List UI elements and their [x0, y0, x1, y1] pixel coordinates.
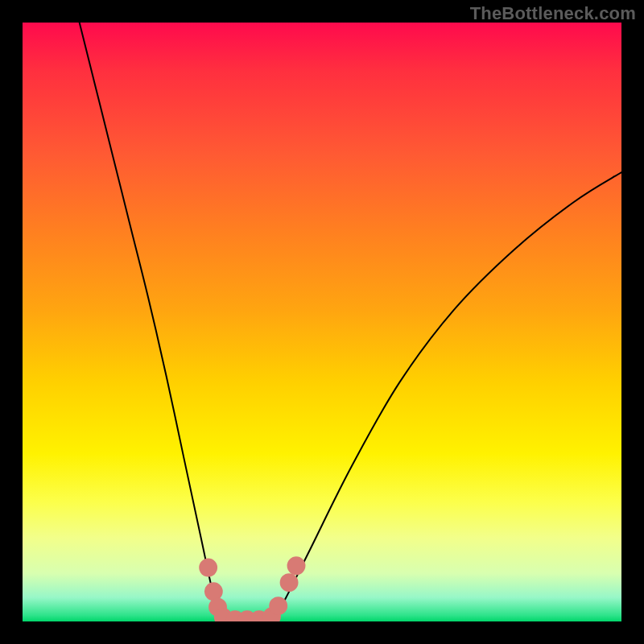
marker-point: [204, 582, 223, 601]
marker-point: [280, 573, 299, 592]
watermark-label: TheBottleneck.com: [470, 3, 636, 24]
chart-frame: TheBottleneck.com: [0, 0, 644, 644]
series-right-branch: [271, 172, 621, 619]
marker-point: [287, 556, 306, 575]
series-left-branch: [80, 23, 225, 619]
curve-layer: [80, 23, 621, 621]
marker-layer: [199, 556, 305, 621]
chart-svg: [23, 23, 621, 621]
marker-point: [269, 597, 287, 615]
marker-point: [199, 559, 217, 577]
plot-area: [23, 23, 621, 621]
